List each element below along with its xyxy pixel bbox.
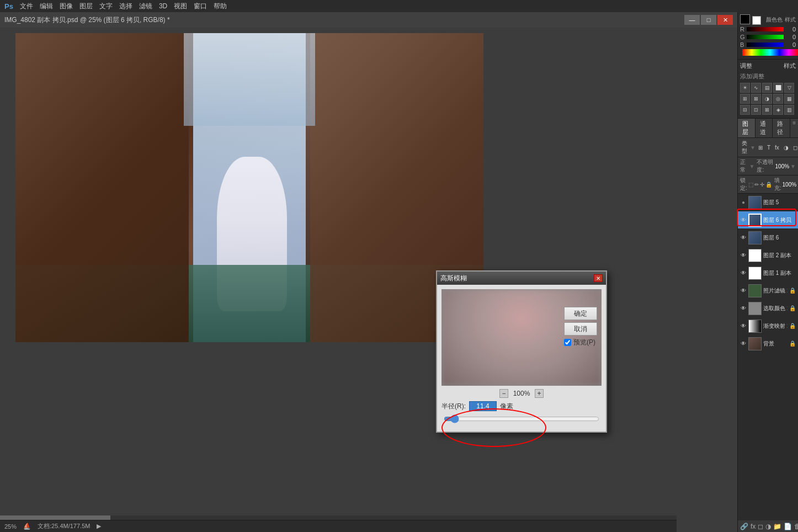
- fill-value[interactable]: 100%: [783, 182, 797, 188]
- layer-2copy-thumb: [748, 249, 762, 262]
- layer-item-photofilter[interactable]: 👁 照片滤镜 1 🔒: [738, 282, 798, 300]
- add-group-btn[interactable]: 📁: [773, 523, 781, 530]
- tab-paths[interactable]: 路径: [773, 119, 790, 137]
- adj-channelmixer[interactable]: ▦: [784, 94, 794, 104]
- photofilter-visibility[interactable]: 👁: [740, 288, 747, 294]
- menu-filter[interactable]: 滤镜: [139, 2, 152, 11]
- zoom-in-button[interactable]: +: [535, 389, 544, 398]
- link-layers-btn[interactable]: 🔗: [740, 523, 748, 530]
- adj-gradientmap[interactable]: ▥: [784, 105, 794, 115]
- foreground-color[interactable]: [740, 14, 750, 24]
- add-style-btn[interactable]: fx: [751, 523, 756, 530]
- nav-icon[interactable]: ⛵: [23, 523, 31, 530]
- adj-curves[interactable]: ∿: [751, 83, 761, 93]
- adj-vibrance[interactable]: ▽: [784, 83, 794, 93]
- layer-6copy-visibility[interactable]: 👁: [740, 217, 747, 224]
- gauss-close-button[interactable]: ✕: [594, 274, 603, 282]
- radius-slider[interactable]: [444, 414, 599, 423]
- preview-checkbox[interactable]: [564, 339, 571, 346]
- play-button[interactable]: ▶: [97, 523, 101, 530]
- menu-layer[interactable]: 图层: [79, 2, 93, 11]
- menu-image[interactable]: 图像: [60, 2, 73, 11]
- adj-exposure[interactable]: ⬜: [773, 83, 783, 93]
- adj-levels[interactable]: ▤: [762, 83, 772, 93]
- layer-5-visibility[interactable]: ●: [740, 199, 747, 206]
- canvas-image[interactable]: [15, 33, 483, 342]
- g-value: 0: [785, 34, 796, 40]
- filter-kind[interactable]: 类型: [740, 139, 749, 156]
- layer-2copy-visibility[interactable]: 👁: [740, 252, 747, 259]
- gauss-cancel-button[interactable]: 取消: [564, 322, 597, 336]
- bg-visibility[interactable]: 👁: [740, 341, 747, 347]
- radius-input[interactable]: [469, 401, 497, 411]
- layer-item-2copy[interactable]: 👁 图层 2 副本: [738, 247, 798, 264]
- scrollbar-thumb[interactable]: [0, 515, 110, 520]
- opacity-value[interactable]: 100%: [775, 163, 790, 169]
- adj-invert[interactable]: ⊟: [740, 105, 750, 115]
- layer-filter-t[interactable]: T: [765, 144, 772, 151]
- layer-item-gradientmap[interactable]: 👁 渐变映射 1 🔒: [738, 317, 798, 335]
- adj-threshold[interactable]: ⊠: [762, 105, 772, 115]
- minimize-button[interactable]: —: [684, 15, 700, 25]
- layer-item-5[interactable]: ● 图层 5: [738, 194, 798, 211]
- background-color[interactable]: [752, 16, 761, 25]
- layer-6-visibility[interactable]: 👁: [740, 235, 747, 241]
- adj-icons-row3: ⊟ ⊡ ⊠ ◈ ▥: [740, 105, 796, 115]
- adj-photofilter[interactable]: ◎: [773, 94, 783, 104]
- layer-item-1copy[interactable]: 👁 图层 1 副本: [738, 264, 798, 282]
- zoom-out-button[interactable]: −: [499, 389, 508, 398]
- adj-hsl[interactable]: ⊞: [740, 94, 750, 104]
- lock-move[interactable]: ✛: [760, 182, 764, 188]
- layer-1copy-name: 图层 1 副本: [763, 269, 796, 277]
- layers-panel-menu[interactable]: ≡: [790, 119, 798, 137]
- menu-3d[interactable]: 3D: [159, 2, 167, 10]
- rainbow-bar[interactable]: [742, 49, 798, 56]
- add-adjustment-btn[interactable]: ◑: [765, 523, 771, 530]
- tab-channels[interactable]: 通道: [756, 119, 773, 137]
- add-mask-btn[interactable]: ◻: [758, 523, 763, 530]
- maximize-button[interactable]: □: [701, 15, 716, 25]
- layer-filter-ef[interactable]: fx: [773, 144, 781, 151]
- lock-transparent[interactable]: ⬚: [748, 182, 753, 188]
- menu-select[interactable]: 选择: [119, 2, 132, 11]
- photo-background: [15, 33, 483, 342]
- lock-paint[interactable]: ✏: [754, 182, 759, 188]
- style-tab[interactable]: 样式: [785, 16, 796, 24]
- adj-posterize[interactable]: ⊡: [751, 105, 761, 115]
- menu-edit[interactable]: 编辑: [40, 2, 53, 11]
- layer-1copy-visibility[interactable]: 👁: [740, 270, 747, 276]
- adj-brightness[interactable]: ☀: [740, 83, 750, 93]
- layer-filter-icons[interactable]: ⊞: [757, 144, 764, 151]
- layer-item-selectivecolor[interactable]: 👁 选取颜色 1 🔒: [738, 300, 798, 317]
- color-tab[interactable]: 颜色色: [766, 16, 783, 24]
- layer-item-bg[interactable]: 👁 背景 🔒: [738, 335, 798, 353]
- r-value: 0: [785, 26, 796, 33]
- mode-label[interactable]: 正常: [740, 158, 748, 174]
- layer-filter-sm[interactable]: ◻: [791, 144, 798, 151]
- tab-layers[interactable]: 图层: [738, 119, 756, 137]
- layer-item-6copy[interactable]: 👁 图层 6 拷贝: [738, 211, 798, 229]
- menu-help[interactable]: 帮助: [214, 2, 227, 11]
- gauss-zoom-row: − 100% +: [441, 389, 602, 398]
- gradientmap-visibility[interactable]: 👁: [740, 323, 747, 329]
- menu-view[interactable]: 视图: [174, 2, 187, 11]
- adj-colorbalance[interactable]: ⊠: [751, 94, 761, 104]
- gauss-ok-button[interactable]: 确定: [564, 307, 597, 320]
- style-tab-adj[interactable]: 样式: [784, 62, 796, 70]
- layer-item-6[interactable]: 👁 图层 6: [738, 229, 798, 247]
- close-button[interactable]: ✕: [717, 15, 733, 25]
- selectivecolor-lock: 🔒: [789, 305, 796, 311]
- gauss-title: 高斯模糊: [440, 274, 467, 283]
- adj-bw[interactable]: ◑: [762, 94, 772, 104]
- horizontal-scrollbar[interactable]: [0, 515, 677, 520]
- menu-window[interactable]: 窗口: [194, 2, 207, 11]
- lock-all[interactable]: 🔒: [765, 182, 772, 188]
- layer-filter-cc[interactable]: ◑: [782, 144, 790, 151]
- add-layer-btn[interactable]: 📄: [784, 523, 792, 530]
- menu-file[interactable]: 文件: [20, 2, 33, 11]
- delete-layer-btn[interactable]: 🗑: [794, 523, 798, 530]
- menu-text[interactable]: 文字: [99, 2, 113, 11]
- adj-selectivecolor[interactable]: ◈: [773, 105, 783, 115]
- adj-icons-row2: ⊞ ⊠ ◑ ◎ ▦: [740, 94, 796, 104]
- selectivecolor-visibility[interactable]: 👁: [740, 305, 747, 312]
